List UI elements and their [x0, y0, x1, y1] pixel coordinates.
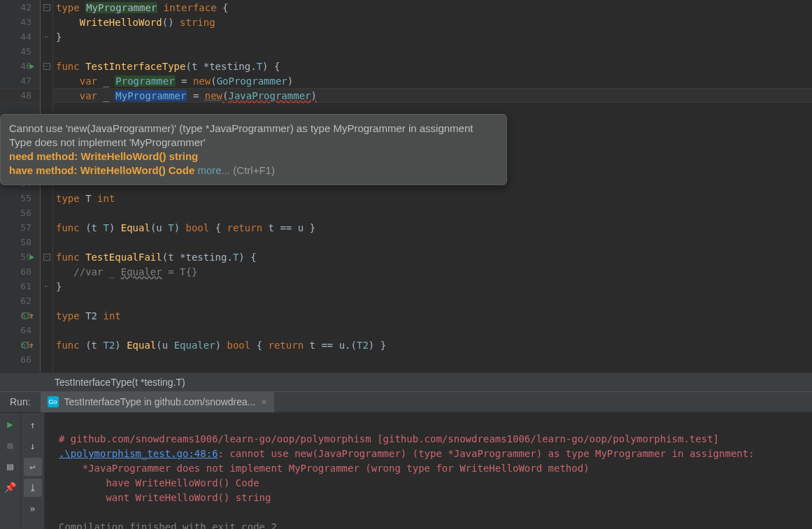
line-number[interactable]: 47: [0, 73, 40, 88]
layout-icon[interactable]: ▤: [3, 459, 17, 473]
console-line: have WriteHelloWord() Code: [59, 477, 259, 488]
code-line[interactable]: [53, 235, 812, 249]
line-number[interactable]: 62: [0, 294, 40, 308]
code-line[interactable]: }: [53, 29, 812, 44]
tooltip-message: Type does not implement 'MyProgrammer': [9, 136, 498, 150]
code-line[interactable]: var _ MyProgrammer = new(JavaProgrammer): [53, 88, 812, 103]
line-number[interactable]: 56: [0, 205, 40, 220]
rerun-icon[interactable]: ▶: [3, 417, 17, 431]
console-output[interactable]: # github.com/snowdreams1006/learn-go/oop…: [45, 413, 812, 529]
run-tab-title: TestInterfaceType in github.com/snowdrea…: [64, 396, 256, 407]
code-line[interactable]: func TestInterfaceType(t *testing.T) {: [53, 59, 812, 73]
run-label: Run:: [0, 396, 41, 407]
console-line: want WriteHelloWord() string: [59, 492, 271, 503]
code-line[interactable]: [53, 294, 812, 308]
code-line[interactable]: type MyProgrammer interface {: [53, 0, 812, 15]
down-arrow-icon[interactable]: ↓: [24, 437, 42, 455]
line-number[interactable]: 66: [0, 352, 40, 367]
close-icon[interactable]: ×: [262, 396, 267, 407]
run-panel-header: Run: Go TestInterfaceType in github.com/…: [0, 391, 812, 412]
code-line[interactable]: var _ Programmer = new(GoProgrammer): [53, 73, 812, 88]
code-line[interactable]: [53, 323, 812, 338]
line-number[interactable]: 60: [0, 264, 40, 279]
line-number[interactable]: 44: [0, 29, 40, 44]
line-number[interactable]: 57: [0, 220, 40, 235]
console-line: # github.com/snowdreams1006/learn-go/oop…: [59, 433, 719, 444]
implements-icon[interactable]: ↑: [22, 311, 34, 321]
code-line[interactable]: //var _ Equaler = T{}: [53, 264, 812, 279]
line-number[interactable]: 63↑: [0, 308, 40, 323]
tooltip-more-link[interactable]: more...: [197, 164, 230, 176]
implements-icon[interactable]: ↑: [22, 340, 34, 350]
code-line[interactable]: type T int: [53, 191, 812, 205]
line-number[interactable]: 46▶: [0, 59, 40, 73]
code-line[interactable]: [53, 205, 812, 220]
more-icon[interactable]: »: [24, 500, 42, 518]
code-line[interactable]: func TestEqualFail(t *testing.T) {: [53, 249, 812, 264]
editor-gutter: 42 43 44 45 46▶ 47 48 54 55 56 57 58 59▶…: [0, 0, 41, 372]
line-number[interactable]: 59▶: [0, 249, 40, 264]
code-editor[interactable]: type MyProgrammer interface { WriteHello…: [53, 0, 812, 372]
console-line: : cannot use new(JavaProgrammer) (type *…: [218, 448, 755, 459]
error-tooltip: Cannot use 'new(JavaProgrammer)' (type *…: [0, 114, 507, 185]
console-file-link[interactable]: .\polymorphism_test.go:48:6: [59, 448, 218, 459]
stop-icon[interactable]: ■: [3, 438, 17, 452]
code-line[interactable]: type T2 int: [53, 308, 812, 323]
line-number[interactable]: 42: [0, 0, 40, 15]
line-number[interactable]: 45: [0, 44, 40, 59]
line-number[interactable]: 61: [0, 279, 40, 294]
tooltip-shortcut: (Ctrl+F1): [230, 164, 275, 176]
fold-toggle-icon[interactable]: −: [43, 4, 50, 11]
line-number[interactable]: 64: [0, 323, 40, 338]
go-icon: Go: [48, 396, 59, 407]
tooltip-message: Cannot use 'new(JavaProgrammer)' (type *…: [9, 122, 498, 136]
line-number[interactable]: 58: [0, 235, 40, 249]
run-test-icon[interactable]: ▶: [29, 61, 34, 71]
up-arrow-icon[interactable]: ↑: [24, 416, 42, 434]
code-line[interactable]: [53, 44, 812, 59]
line-number[interactable]: 43: [0, 15, 40, 29]
pin-icon[interactable]: 📌: [3, 480, 17, 494]
breadcrumb[interactable]: TestInterfaceType(t *testing.T): [0, 372, 812, 391]
code-line[interactable]: [53, 352, 812, 367]
fold-end-icon: ⌐: [44, 33, 48, 41]
fold-end-icon: ⌐: [44, 282, 48, 290]
code-line[interactable]: }: [53, 279, 812, 294]
tooltip-have: have method: WriteHelloWord() Code: [9, 164, 197, 176]
code-line[interactable]: WriteHelloWord() string: [53, 15, 812, 29]
code-line[interactable]: func (t T2) Equal(u Equaler) bool { retu…: [53, 338, 812, 352]
scroll-to-end-icon[interactable]: ⤓: [24, 479, 42, 497]
fold-toggle-icon[interactable]: −: [43, 254, 50, 261]
code-line[interactable]: func (t T) Equal(u T) bool { return t ==…: [53, 220, 812, 235]
console-left-toolbar: ▶ ■ ▤ 📌: [0, 413, 21, 529]
fold-toggle-icon[interactable]: −: [43, 63, 50, 70]
tooltip-need: need method: WriteHelloWord() string: [9, 150, 498, 164]
run-test-icon[interactable]: ▶: [29, 252, 34, 261]
line-number[interactable]: 48: [0, 88, 40, 103]
line-number[interactable]: 55: [0, 191, 40, 205]
console-line: *JavaProgrammer does not implement MyPro…: [59, 463, 590, 474]
line-number[interactable]: 65↑: [0, 338, 40, 352]
soft-wrap-icon[interactable]: ↩: [24, 458, 42, 476]
console-toolbar: ↑ ↓ ↩ ⤓ »: [21, 413, 45, 529]
run-tab[interactable]: Go TestInterfaceType in github.com/snowd…: [41, 391, 274, 412]
fold-column: − ⌐ − − ⌐: [41, 0, 53, 372]
console-line: Compilation finished with exit code 2: [59, 521, 277, 529]
